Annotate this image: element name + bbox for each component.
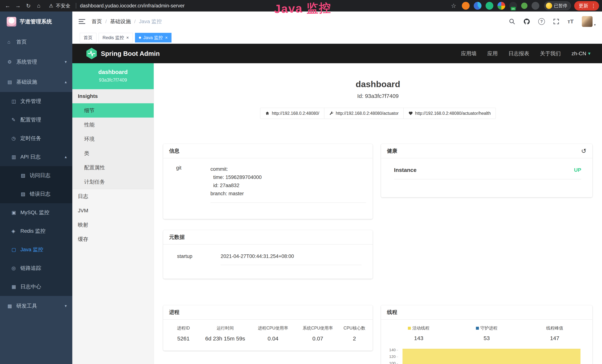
sba-nav-classes[interactable]: 类 bbox=[72, 146, 154, 161]
sidebar-item-system-mgmt[interactable]: ⚙ 系统管理 ▾ bbox=[0, 52, 72, 72]
legend-label: 线程峰值 bbox=[546, 325, 563, 331]
app-logo[interactable]: 芋道管理系统 bbox=[0, 11, 72, 32]
sidebar-item-error-logs[interactable]: ▨ 错误日志 bbox=[0, 185, 72, 203]
legend-label: 守护进程 bbox=[480, 325, 497, 331]
sidebar-item-dev-tools[interactable]: ▩ 研发工具 ▾ bbox=[0, 296, 72, 316]
orange-extension-icon[interactable] bbox=[462, 2, 470, 10]
tab-redis-monitor[interactable]: Redis 监控 × bbox=[99, 33, 133, 43]
blue-extension-icon[interactable] bbox=[474, 2, 482, 10]
close-icon[interactable]: × bbox=[126, 35, 129, 40]
service-url-button[interactable]: http://192.168.0.2:48080/ bbox=[260, 108, 324, 119]
sidebar-item-config-mgmt[interactable]: ✎ 配置管理 bbox=[0, 110, 72, 129]
back-icon[interactable]: ← bbox=[3, 3, 12, 9]
search-icon[interactable] bbox=[509, 18, 515, 25]
main-column: 首页 / 基础设施 / Java 监控 ? тT bbox=[72, 11, 602, 364]
green-circle-extension-icon[interactable] bbox=[485, 2, 493, 10]
sba-nav-config-props[interactable]: 配置属性 bbox=[72, 161, 154, 175]
sidebar-item-infrastructure[interactable]: ▤ 基础设施 ▴ bbox=[0, 72, 72, 92]
sidebar-item-label: Java 监控 bbox=[20, 246, 43, 253]
legend-value: 53 bbox=[453, 335, 521, 341]
sba-section-insights[interactable]: Insights bbox=[72, 89, 154, 103]
browser-home-icon[interactable]: ⌂ bbox=[34, 3, 43, 9]
forward-icon[interactable]: → bbox=[13, 3, 23, 9]
app-window: 芋道管理系统 ⌂ 首页 ⚙ 系统管理 ▾ ▤ 基础设施 ▴ ◫ 文件管理 ✎ bbox=[0, 11, 602, 364]
sba-nav-wallboard[interactable]: 应用墙 bbox=[461, 50, 477, 57]
security-label[interactable]: 不安全 bbox=[56, 3, 70, 9]
instance-header[interactable]: dashboard 93a3fc7f7409 bbox=[72, 63, 154, 89]
font-size-icon[interactable]: тT bbox=[568, 18, 574, 25]
health-card-header: 健康 ↺ bbox=[381, 144, 592, 158]
sba-brand-title[interactable]: Spring Boot Admin bbox=[101, 50, 160, 57]
sba-nav-applications[interactable]: 应用 bbox=[487, 50, 498, 57]
help-icon[interactable]: ? bbox=[538, 18, 545, 25]
browser-update-button[interactable]: 更新 ⋮ bbox=[574, 1, 599, 11]
language-label: zh-CN bbox=[572, 51, 586, 57]
sba-nav-jvm[interactable]: JVM bbox=[72, 203, 154, 218]
sidebar-item-scheduled-jobs[interactable]: ◷ 定时任务 bbox=[0, 129, 72, 148]
health-instance-row[interactable]: Instance UP bbox=[394, 167, 581, 179]
hamburger-icon[interactable] bbox=[79, 19, 85, 24]
sidebar-item-api-logs[interactable]: ▥ API 日志 ▴ bbox=[0, 148, 72, 166]
breadcrumb-infrastructure[interactable]: 基础设施 bbox=[110, 18, 131, 25]
sidebar-item-label: 首页 bbox=[16, 38, 27, 45]
health-status-badge: UP bbox=[574, 167, 581, 173]
col-value: 0.04 bbox=[249, 335, 296, 342]
sba-main-content: dashboard Id: 93a3fc7f7409 http://192.16… bbox=[154, 63, 602, 364]
process-cpu-col: 进程CPU使用率 0.04 bbox=[249, 325, 296, 342]
sidebar-item-java-monitor[interactable]: ▢ Java 监控 bbox=[0, 240, 72, 259]
sidebar-item-label: MySQL 监控 bbox=[20, 209, 49, 216]
breadcrumb-current: Java 监控 bbox=[139, 18, 162, 25]
sidebar-item-file-mgmt[interactable]: ◫ 文件管理 bbox=[0, 92, 72, 110]
sidebar-item-mysql-monitor[interactable]: ▣ MySQL 监控 bbox=[0, 203, 72, 222]
fullscreen-icon[interactable] bbox=[553, 18, 559, 25]
multicolor-extension-icon[interactable] bbox=[497, 2, 505, 10]
sba-nav-journal[interactable]: 日志报表 bbox=[509, 50, 529, 57]
tab-home[interactable]: 首页 bbox=[80, 33, 97, 43]
breadcrumb-home[interactable]: 首页 bbox=[92, 18, 102, 25]
sba-nav-scheduled-tasks[interactable]: 计划任务 bbox=[72, 175, 154, 189]
dark-puzzle-extension-icon[interactable] bbox=[532, 2, 539, 10]
info-card-body: git commit: time: 1596289704000 id: 27aa… bbox=[163, 158, 373, 203]
sidebar-item-access-logs[interactable]: ▧ 访问日志 bbox=[0, 166, 72, 185]
user-menu[interactable]: ▾ bbox=[582, 16, 596, 27]
paused-extension-pill[interactable]: 已暂停 bbox=[544, 1, 571, 10]
sba-header: Spring Boot Admin 应用墙 应用 日志报表 关于我们 zh-CN… bbox=[72, 44, 602, 63]
github-icon[interactable] bbox=[523, 18, 530, 25]
infrastructure-icon: ▤ bbox=[7, 79, 16, 85]
close-icon[interactable]: × bbox=[165, 35, 168, 40]
info-card: 信息 git commit: time: 1596289704000 id: 2… bbox=[163, 144, 373, 219]
sba-nav-about[interactable]: 关于我们 bbox=[540, 50, 561, 57]
sidebar-item-tracing[interactable]: ◎ 链路追踪 bbox=[0, 259, 72, 278]
health-card: 健康 ↺ Instance UP bbox=[381, 144, 592, 197]
reload-icon[interactable]: ↻ bbox=[24, 3, 33, 9]
home-icon: ⌂ bbox=[7, 39, 16, 45]
sidebar-item-home[interactable]: ⌂ 首页 bbox=[0, 32, 72, 52]
sidebar-item-log-center[interactable]: ▦ 日志中心 bbox=[0, 278, 72, 296]
sba-nav-metrics[interactable]: 性能 bbox=[72, 118, 154, 132]
sba-nav-logs[interactable]: 日志 bbox=[72, 189, 154, 203]
sidebar-item-redis-monitor[interactable]: ◈ Redis 监控 bbox=[0, 222, 72, 240]
url-bar[interactable]: dashboard.yudao.iocoder.cn/infra/admin-s… bbox=[80, 3, 184, 9]
breadcrumb-separator: / bbox=[134, 19, 136, 24]
pencil-icon: ✎ bbox=[11, 117, 20, 123]
col-header: CPU核心数 bbox=[339, 325, 370, 331]
sba-nav-details[interactable]: 细节 bbox=[72, 103, 154, 118]
kebab-menu-icon[interactable]: ⋮ bbox=[591, 3, 596, 9]
sidebar-item-label: 研发工具 bbox=[16, 302, 37, 310]
metadata-row-key: startup bbox=[177, 254, 221, 265]
health-url-button[interactable]: http://192.168.0.2:48080/actuator/health bbox=[403, 108, 496, 119]
heart-icon bbox=[408, 111, 413, 116]
sba-language-select[interactable]: zh-CN ▾ bbox=[572, 51, 591, 57]
adblock-extension-icon[interactable]: on bbox=[509, 2, 517, 10]
sba-nav-mappings[interactable]: 映射 bbox=[72, 218, 154, 232]
instance-name: dashboard bbox=[72, 69, 154, 75]
history-icon[interactable]: ↺ bbox=[581, 147, 587, 155]
metadata-card: 元数据 startup 2021-04-27T00:44:31.254+08:0… bbox=[163, 230, 373, 279]
app-title: 芋道管理系统 bbox=[20, 18, 52, 25]
tab-java-monitor[interactable]: Java 监控 × bbox=[135, 33, 172, 43]
actuator-url-button[interactable]: http://192.168.0.2:48080/actuator bbox=[324, 108, 404, 119]
sba-nav-environment[interactable]: 环境 bbox=[72, 132, 154, 146]
green-leaf-extension-icon[interactable] bbox=[521, 3, 527, 9]
sba-nav-caches[interactable]: 缓存 bbox=[72, 232, 154, 246]
bookmark-star-icon[interactable]: ☆ bbox=[451, 2, 456, 9]
